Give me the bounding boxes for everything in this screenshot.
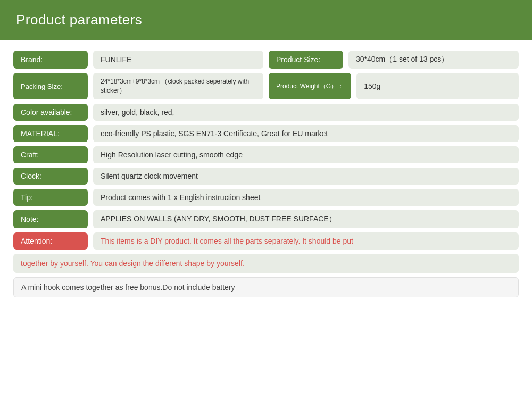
content: Brand: FUNLIFE Product Size: 30*40cm（1 s… bbox=[0, 40, 532, 308]
material-label: MATERIAL: bbox=[13, 125, 88, 142]
craft-row: Craft: High Resolution laser cutting, sm… bbox=[13, 146, 519, 163]
color-row: Color available: silver, gold, black, re… bbox=[13, 104, 519, 121]
tip-label: Tip: bbox=[13, 189, 88, 206]
footer-note: A mini hook comes together as free bonus… bbox=[13, 277, 519, 297]
note-row: Note: APPLIES ON WALLS (ANY DRY, SMOOTH,… bbox=[13, 210, 519, 228]
packing-row: Packing Size: 24*18*3cm+9*8*3cm （clock p… bbox=[13, 73, 519, 99]
color-value: silver, gold, black, red, bbox=[93, 104, 519, 121]
note-value: APPLIES ON WALLS (ANY DRY, SMOOTH, DUST … bbox=[93, 210, 519, 228]
color-label: Color available: bbox=[13, 104, 88, 121]
product-size-label: Product Size: bbox=[269, 51, 343, 69]
craft-label: Craft: bbox=[13, 146, 88, 163]
tip-value: Product comes with 1 x English instructi… bbox=[93, 189, 519, 206]
page-title: Product parameters bbox=[16, 12, 142, 28]
brand-section: Brand: FUNLIFE bbox=[13, 51, 263, 69]
continuation-box: together by yourself. You can design the… bbox=[13, 254, 519, 273]
attention-value: This items is a DIY product. It comes al… bbox=[93, 232, 519, 250]
material-value: eco-friendly PS plastic, SGS EN71-3 Cert… bbox=[93, 125, 519, 142]
weight-section: Product Weight（G）： 150g bbox=[269, 73, 519, 99]
note-label: Note: bbox=[13, 210, 88, 228]
brand-value: FUNLIFE bbox=[93, 51, 263, 69]
tip-row: Tip: Product comes with 1 x English inst… bbox=[13, 189, 519, 206]
product-size-value: 30*40cm（1 set of 13 pcs） bbox=[348, 51, 519, 69]
brand-row: Brand: FUNLIFE Product Size: 30*40cm（1 s… bbox=[13, 51, 519, 69]
material-row: MATERIAL: eco-friendly PS plastic, SGS E… bbox=[13, 125, 519, 142]
header: Product parameters bbox=[0, 0, 532, 40]
craft-value: High Resolution laser cutting, smooth ed… bbox=[93, 146, 519, 163]
clock-label: Clock: bbox=[13, 168, 88, 185]
attention-label: Attention: bbox=[13, 232, 88, 250]
weight-label: Product Weight（G）： bbox=[269, 73, 351, 99]
clock-row: Clock: Silent quartz clock movement bbox=[13, 168, 519, 185]
product-size-section: Product Size: 30*40cm（1 set of 13 pcs） bbox=[269, 51, 519, 69]
packing-section: Packing Size: 24*18*3cm+9*8*3cm （clock p… bbox=[13, 73, 263, 99]
weight-value: 150g bbox=[356, 73, 519, 99]
attention-row: Attention: This items is a DIY product. … bbox=[13, 232, 519, 250]
packing-label: Packing Size: bbox=[13, 73, 88, 99]
clock-value: Silent quartz clock movement bbox=[93, 168, 519, 185]
brand-label: Brand: bbox=[13, 51, 88, 69]
packing-value: 24*18*3cm+9*8*3cm （clock packed seperate… bbox=[93, 73, 263, 99]
